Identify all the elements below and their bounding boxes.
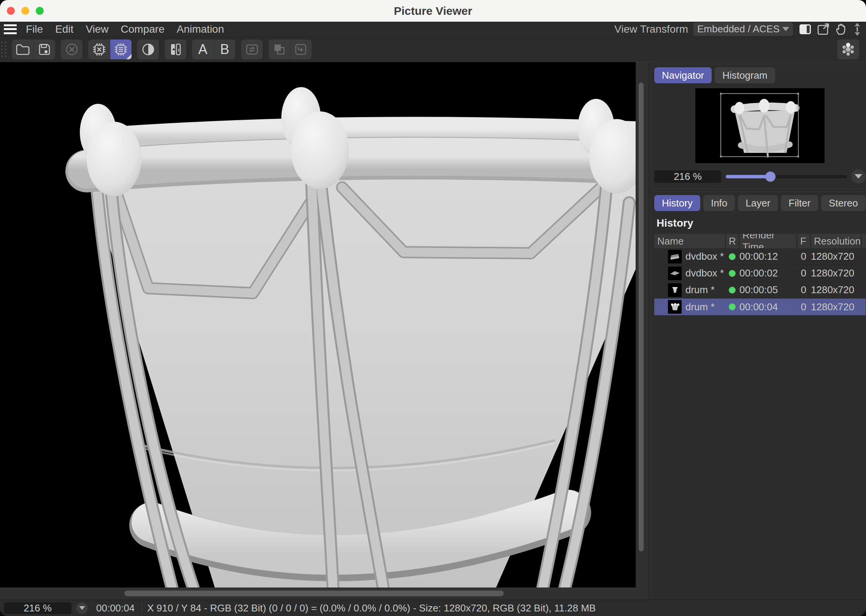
swap-icon (245, 43, 259, 56)
navigator-thumbnail[interactable] (695, 88, 825, 163)
render-status-ok (729, 303, 736, 310)
open-file-button[interactable] (12, 40, 33, 59)
chip-x-icon (92, 42, 106, 57)
hamburger-menu-icon[interactable] (4, 24, 17, 34)
tab-histogram[interactable]: Histogram (715, 67, 775, 83)
titlebar: Picture Viewer (0, 0, 866, 22)
b-label: B (220, 41, 229, 57)
picture-viewer-window: Picture Viewer File Edit View Compare An… (0, 0, 866, 616)
render-thumbnail (668, 300, 682, 314)
vertical-scrollbar[interactable] (636, 62, 649, 587)
cancel-render-button[interactable] (61, 40, 82, 59)
statusbar-render-time: 00:00:04 (96, 602, 135, 614)
open-external-window-icon[interactable] (817, 23, 830, 36)
render-view-button[interactable] (110, 40, 132, 59)
zoom-slider-thumb[interactable] (765, 171, 776, 182)
render-gear-icon (841, 42, 856, 57)
folder-icon (16, 43, 30, 56)
navigator-panel: Navigator Histogram (650, 64, 866, 189)
render-settings-button[interactable] (837, 40, 859, 59)
tab-layer[interactable]: Layer (738, 195, 778, 211)
zoom-preset-dropdown[interactable] (851, 169, 866, 184)
history-row[interactable]: dvdbox * 00:00:12 0 1280x720 (654, 248, 866, 265)
copy-layers-icon (273, 43, 286, 56)
export-button[interactable] (290, 40, 312, 59)
statusbar-pixel-info: X 910 / Y 84 - RGB (32 Bit) (0 / 0 / 0) … (147, 602, 596, 614)
render-status-ok (729, 270, 736, 277)
window-title: Picture Viewer (0, 5, 866, 17)
side-panel: Navigator Histogram (649, 62, 866, 600)
toolbar: A B (0, 37, 866, 62)
rendered-drum-image (0, 62, 636, 587)
toolbar-drag-handle[interactable] (1, 40, 6, 59)
statusbar-zoom-dropdown[interactable] (76, 602, 88, 614)
render-status-ok (729, 253, 736, 260)
horizontal-scrollbar-thumb[interactable] (124, 591, 504, 596)
menu-file[interactable]: File (20, 23, 49, 35)
menubar: File Edit View Compare Animation View Tr… (0, 22, 866, 37)
history-heading: History (657, 217, 864, 229)
swap-ab-button[interactable] (241, 40, 263, 59)
contrast-icon (141, 43, 155, 56)
view-transform-dropdown[interactable]: Embedded / ACES 1 (693, 22, 793, 36)
history-row[interactable]: drum * 00:00:05 0 1280x720 (654, 282, 866, 298)
view-transform-label: View Transform (614, 23, 688, 35)
copy-layer-button[interactable] (268, 40, 290, 59)
compare-b-button[interactable]: B (214, 40, 235, 59)
col-f[interactable]: F (797, 234, 810, 248)
tab-info[interactable]: Info (703, 195, 735, 211)
render-thumbnail (668, 267, 682, 280)
contrast-toggle-button[interactable] (137, 40, 159, 59)
history-row[interactable]: dvdbox * 00:00:02 0 1280x720 (654, 265, 866, 282)
zoom-value-field[interactable]: 216 % (654, 170, 721, 183)
zoom-slider[interactable] (726, 170, 847, 183)
toggle-panel-icon[interactable] (798, 23, 812, 36)
render-status-ok (729, 287, 736, 294)
history-row-selected[interactable]: drum * 00:00:04 0 1280x720 (654, 298, 866, 315)
col-resolution[interactable]: Resolution (811, 234, 861, 248)
tab-navigator[interactable]: Navigator (654, 67, 712, 83)
chevron-down-icon (782, 27, 789, 31)
col-spacer (862, 234, 866, 248)
col-render-time[interactable]: Render Time (739, 234, 796, 248)
horizontal-scrollbar[interactable] (0, 587, 636, 600)
save-file-button[interactable] (33, 40, 55, 59)
menu-compare[interactable]: Compare (115, 23, 171, 35)
compare-a-button[interactable]: A (192, 40, 214, 59)
history-table-header: Name R Render Time F Resolution (654, 234, 866, 248)
history-table: Name R Render Time F Resolution dvdbox *… (654, 234, 866, 315)
chevron-down-icon (855, 174, 862, 179)
tab-stereo[interactable]: Stereo (821, 195, 866, 211)
inspector-panel: History Info Layer Filter Stereo History… (650, 192, 866, 598)
statusbar-zoom-field[interactable]: 216 % (4, 602, 71, 614)
export-arrow-icon (294, 43, 308, 56)
menu-view[interactable]: View (79, 23, 114, 35)
navigator-view-rectangle[interactable] (720, 93, 799, 157)
vertical-scrollbar-thumb[interactable] (639, 83, 644, 551)
button-corner-flag (126, 54, 132, 59)
fit-vertical-icon[interactable] (852, 22, 862, 36)
render-thumbnail (668, 283, 682, 297)
render-viewport[interactable] (0, 62, 636, 587)
pan-hand-icon[interactable] (835, 23, 848, 36)
view-transform-value: Embedded / ACES 1 (697, 23, 780, 35)
save-icon (38, 43, 51, 56)
a-label: A (198, 41, 207, 57)
statusbar: 216 % 00:00:04 X 910 / Y 84 - RGB (32 Bi… (0, 600, 866, 616)
scrollbar-corner (636, 587, 649, 600)
col-r[interactable]: R (726, 234, 739, 248)
stop-render-button[interactable] (88, 40, 110, 59)
menu-animation[interactable]: Animation (171, 23, 230, 35)
statusbar-divider (141, 603, 142, 613)
mirror-compare-icon (169, 43, 182, 56)
tab-filter[interactable]: Filter (781, 195, 818, 211)
tab-history[interactable]: History (654, 195, 700, 211)
compare-flip-button[interactable] (165, 40, 186, 59)
menu-edit[interactable]: Edit (49, 23, 79, 35)
col-name[interactable]: Name (654, 234, 725, 248)
render-thumbnail (668, 250, 682, 264)
cancel-circle-icon (65, 43, 79, 56)
chevron-down-icon (79, 606, 85, 610)
